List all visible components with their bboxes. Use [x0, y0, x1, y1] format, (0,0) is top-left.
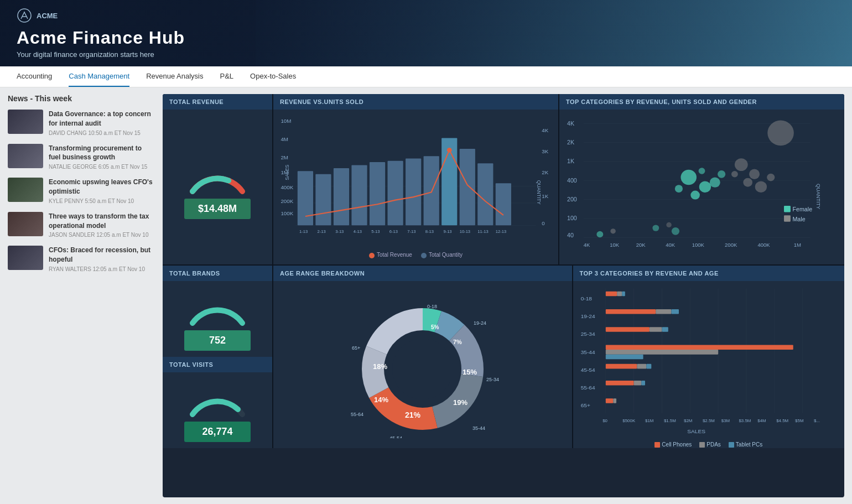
svg-text:3K: 3K	[542, 148, 548, 154]
svg-rect-131	[656, 309, 671, 314]
top3-header: TOP 3 CATEGORIES BY REVENUE AND AGE	[573, 266, 844, 281]
svg-rect-135	[662, 327, 668, 332]
svg-text:$4.5M: $4.5M	[776, 418, 788, 423]
svg-text:10M: 10M	[280, 118, 291, 124]
news-headline-5: CFOs: Braced for recession, but hopeful	[49, 246, 155, 264]
svg-point-78	[767, 174, 775, 181]
svg-text:65+: 65+	[352, 345, 360, 351]
svg-text:2K: 2K	[542, 169, 548, 175]
revenue-gauge	[184, 155, 251, 194]
svg-rect-133	[605, 327, 649, 332]
svg-text:19-24: 19-24	[474, 320, 486, 326]
kpi-total-revenue: TOTAL REVENUE $14.48M	[163, 94, 273, 264]
news-item-4[interactable]: Three ways to transform the tax operatio…	[8, 212, 155, 238]
svg-text:2M: 2M	[280, 154, 288, 160]
svg-text:AGE RANGE: AGE RANGE	[578, 329, 579, 357]
svg-text:55-64: 55-64	[580, 385, 595, 391]
svg-text:40: 40	[567, 232, 574, 238]
svg-text:18%: 18%	[373, 362, 387, 371]
svg-point-81	[610, 228, 616, 233]
svg-rect-19	[315, 174, 331, 225]
svg-rect-128	[617, 292, 622, 297]
news-text-3: Economic upswing leaves CFO's optimistic…	[49, 178, 155, 204]
svg-text:19-24: 19-24	[580, 313, 595, 319]
svg-text:$1.5M: $1.5M	[663, 418, 676, 423]
legend-tabletpcs: Tablet PCs	[729, 441, 762, 448]
dash-row-bottom: TOTAL BRANDS 752 TOTAL VISITS 26,774	[163, 266, 844, 448]
news-item-2[interactable]: Transforming procurement to fuel busines…	[8, 144, 155, 170]
chart-age-breakdown: AGE RANGE BREAKDOWN	[273, 266, 573, 448]
svg-text:35-44: 35-44	[580, 349, 595, 355]
legend-revenue: Total Revenue	[369, 252, 412, 258]
news-item-1[interactable]: Data Governance: a top concern for inter…	[8, 110, 155, 136]
nav-cash-management[interactable]: Cash Management	[69, 66, 129, 87]
acme-logo-icon	[17, 8, 32, 23]
svg-text:$2M: $2M	[684, 418, 692, 423]
revenue-chart-svg: 10M 4M 2M 1M 400K 200K 100K 4K 3K 2K 1K …	[278, 114, 554, 246]
news-thumb-5	[8, 246, 43, 270]
svg-point-77	[755, 181, 767, 193]
svg-rect-137	[605, 350, 718, 355]
svg-text:21%: 21%	[405, 411, 421, 419]
revenue-legend: Total Revenue Total Quantity	[278, 248, 554, 261]
svg-rect-144	[641, 381, 645, 386]
news-headline-3: Economic upswing leaves CFO's optimistic	[49, 178, 155, 196]
news-meta-5: RYAN WALTERS 12:05 a.m ET Nov 10	[49, 266, 155, 272]
nav-pl[interactable]: P&L	[220, 66, 234, 87]
svg-text:200K: 200K	[725, 243, 737, 248]
svg-text:2-13: 2-13	[318, 229, 326, 234]
header-content: ACME Acme Finance Hub Your digital finan…	[0, 0, 201, 66]
kpi-revenue-header: TOTAL REVENUE	[163, 94, 272, 110]
svg-text:10K: 10K	[610, 243, 620, 248]
svg-point-71	[675, 185, 683, 193]
nav-accounting[interactable]: Accounting	[17, 66, 52, 87]
svg-point-75	[749, 169, 760, 179]
nav-opex-sales[interactable]: Opex-to-Sales	[250, 66, 296, 87]
svg-rect-20	[334, 168, 349, 225]
news-item-5[interactable]: CFOs: Braced for recession, but hopeful …	[8, 246, 155, 272]
logo-area: ACME	[17, 8, 185, 23]
news-thumb-4	[8, 212, 43, 236]
svg-rect-18	[298, 171, 313, 225]
svg-text:10-13: 10-13	[460, 229, 470, 234]
news-meta-2: NATALIE GEORGE 6:05 a.m ET Nov 15	[49, 164, 155, 170]
news-headline-2: Transforming procurement to fuel busines…	[49, 144, 155, 163]
kpi-brands-content: 752	[163, 281, 272, 357]
svg-point-70	[710, 178, 720, 188]
svg-text:100: 100	[567, 215, 577, 222]
svg-text:15%: 15%	[463, 368, 477, 376]
visits-gauge	[184, 378, 251, 417]
svg-text:100K: 100K	[280, 210, 293, 216]
sidebar-title: News - This week	[8, 94, 155, 103]
kpi-brands-value: 752	[184, 330, 251, 351]
news-text-2: Transforming procurement to fuel busines…	[49, 144, 155, 170]
news-item-3[interactable]: Economic upswing leaves CFO's optimistic…	[8, 178, 155, 204]
svg-text:8-13: 8-13	[425, 229, 434, 234]
svg-text:0-18: 0-18	[580, 295, 592, 302]
svg-point-84	[672, 227, 679, 235]
svg-point-74	[735, 158, 748, 171]
nav-revenue-analysis[interactable]: Revenue Analysis	[146, 66, 203, 87]
svg-text:Female: Female	[792, 206, 812, 213]
svg-text:$1M: $1M	[645, 418, 653, 423]
chart-top-categories: TOP CATEGORIES BY REVENUE, UNITS SOLD AN…	[559, 94, 844, 264]
chart-revenue-header: REVENUE vs.UNITS SOLD	[273, 94, 558, 110]
news-text-4: Three ways to transform the tax operatio…	[49, 212, 155, 238]
svg-text:200K: 200K	[280, 198, 293, 204]
svg-text:40K: 40K	[666, 243, 676, 248]
kpi-brands-visits: TOTAL BRANDS 752 TOTAL VISITS 26,774	[163, 266, 273, 448]
dash-row-top: TOTAL REVENUE $14.48M REVENUE vs.UNITS S…	[163, 94, 844, 266]
news-meta-4: JASON SANDLER 12:05 a.m ET Nov 10	[49, 232, 155, 238]
header-banner: ACME Acme Finance Hub Your digital finan…	[0, 0, 852, 66]
svg-text:200: 200	[567, 196, 577, 202]
kpi-visits-content: 26,774	[163, 372, 272, 448]
svg-text:0: 0	[542, 220, 545, 226]
legend-pdas: PDAs	[699, 441, 721, 448]
svg-rect-138	[605, 355, 643, 360]
svg-rect-142	[605, 381, 633, 386]
svg-rect-28	[477, 163, 493, 225]
svg-point-72	[699, 168, 705, 174]
kpi-revenue-value: $14.48M	[184, 199, 251, 219]
svg-text:7-13: 7-13	[407, 229, 415, 234]
age-breakdown-header: AGE RANGE BREAKDOWN	[273, 266, 572, 281]
